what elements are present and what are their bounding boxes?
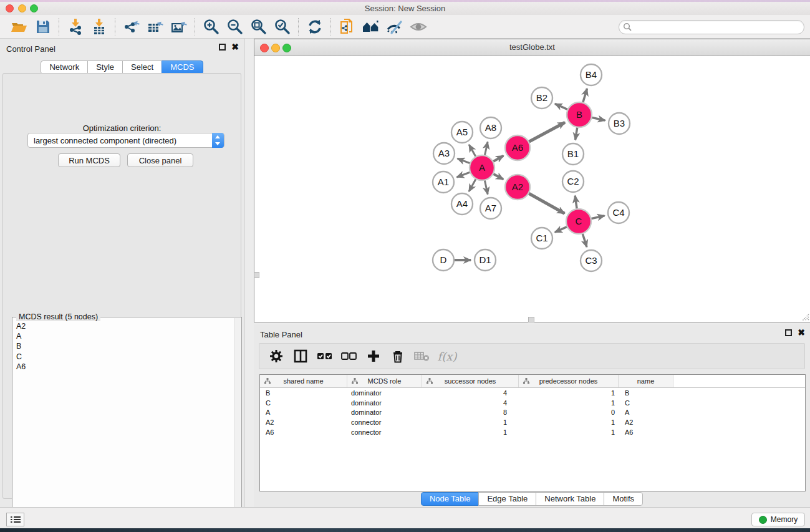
table-cell[interactable]: 1 [422,418,519,426]
table-cell[interactable]: A6 [260,428,347,436]
export-table-button[interactable] [143,17,167,37]
show-columns-button[interactable] [291,347,310,365]
criterion-select[interactable]: largest connected component (directed) [27,133,224,148]
first-neighbors-button[interactable] [359,17,383,37]
graph-node-C2[interactable]: C2 [562,171,584,192]
bottom-edge-grip[interactable] [528,317,534,322]
table-cell[interactable]: dominator [347,399,422,407]
table-cell[interactable]: C [619,399,673,407]
select-all-checks-button[interactable] [316,347,334,365]
tab-motifs[interactable]: Motifs [604,492,643,506]
tab-edge-table[interactable]: Edge Table [478,492,536,506]
mcds-result-list[interactable]: A2ABCA6 [14,321,234,531]
table-cell[interactable]: connector [347,428,422,436]
column-header-mcds-role[interactable]: MCDS role [347,375,422,387]
column-header-name[interactable]: name [619,375,673,387]
graph-node-A5[interactable]: A5 [451,122,473,143]
function-builder-button[interactable]: f(x) [437,347,456,365]
graph-node-B1[interactable]: B1 [562,143,584,165]
memory-button[interactable]: Memory [751,513,805,526]
table-cell[interactable]: 8 [422,409,519,416]
graph-node-A2[interactable]: A2 [505,175,530,200]
graph-node-B3[interactable]: B3 [609,113,630,134]
table-options-button[interactable] [267,347,286,365]
table-cell[interactable]: B [260,389,347,397]
graph-node-A4[interactable]: A4 [451,193,473,215]
table-row[interactable]: Adominator80A [260,407,805,417]
table-row[interactable]: A2connector11A2 [260,417,805,427]
tab-mcds[interactable]: MCDS [162,60,203,74]
table-cell[interactable]: 1 [519,389,619,397]
mcds-result-item[interactable]: C [14,352,234,362]
table-cell[interactable]: 1 [519,418,619,426]
add-column-button[interactable] [364,347,383,365]
table-cell[interactable]: A2 [260,418,347,426]
open-session-button[interactable] [7,17,31,37]
run-mcds-button[interactable]: Run MCDS [58,153,120,167]
mcds-result-item[interactable]: A6 [14,362,234,372]
table-cell[interactable]: A6 [619,428,673,436]
import-table-button[interactable] [87,17,111,37]
table-cell[interactable]: A [619,409,673,416]
float-table-panel-icon[interactable] [785,329,792,336]
mcds-result-item[interactable]: A2 [14,321,234,331]
column-header-predecessor-nodes[interactable]: predecessor nodes [519,375,619,387]
tab-network[interactable]: Network [41,60,88,74]
search-input[interactable] [634,21,799,33]
graph-node-C[interactable]: C [566,209,591,234]
zoom-in-button[interactable] [200,17,223,37]
resize-grip-icon[interactable] [801,312,809,321]
graph-node-A1[interactable]: A1 [433,172,454,193]
delete-table-button[interactable] [413,347,432,365]
graph-node-A8[interactable]: A8 [480,117,501,138]
export-image-button[interactable] [167,17,191,37]
zoom-fit-content-button[interactable] [247,17,271,37]
float-panel-icon[interactable] [219,44,226,51]
graph-node-C3[interactable]: C3 [581,250,602,271]
export-network-button[interactable] [120,17,143,37]
tab-node-table[interactable]: Node Table [421,492,480,506]
table-cell[interactable]: connector [347,418,422,426]
graph-node-B2[interactable]: B2 [531,87,552,109]
table-cell[interactable]: dominator [347,409,422,416]
mcds-result-item[interactable]: A [14,331,234,341]
close-panel-button[interactable]: Close panel [127,153,193,167]
graph-node-A6[interactable]: A6 [505,135,530,160]
graph-node-A3[interactable]: A3 [433,143,455,164]
network-graph-canvas[interactable]: B4B2BB3A8A5A6A3B1AA1C2A2A4A7C4CC1C3DD1 [254,56,809,321]
graph-node-C1[interactable]: C1 [531,228,552,249]
column-header-successor-nodes[interactable]: successor nodes [422,375,519,387]
tab-network-table[interactable]: Network Table [536,492,604,506]
apply-preferred-layout-button[interactable] [303,17,327,37]
table-cell[interactable]: 0 [519,409,619,416]
table-cell[interactable]: 4 [422,399,519,407]
table-row[interactable]: Bdominator41B [260,388,805,398]
mcds-result-item[interactable]: B [14,341,234,351]
graph-node-B4[interactable]: B4 [581,64,602,85]
zoom-out-button[interactable] [223,17,247,37]
column-header-shared-name[interactable]: shared name [260,375,347,387]
deselect-all-checks-button[interactable] [340,347,359,365]
close-table-panel-icon[interactable]: ✖ [798,329,805,336]
table-cell[interactable]: B [619,389,673,397]
network-window-titlebar[interactable]: testGlobe.txt [254,39,810,56]
table-cell[interactable]: A [260,409,347,416]
graph-node-D1[interactable]: D1 [475,249,496,271]
mcds-list-scrollbar[interactable] [234,318,241,532]
delete-columns-button[interactable] [388,347,407,365]
network-from-selection-button[interactable] [335,17,359,37]
table-row[interactable]: Cdominator41C [260,398,805,408]
node-attribute-table[interactable]: shared nameMCDS rolesuccessor nodesprede… [259,374,806,491]
left-edge-grip[interactable] [254,272,259,278]
table-row[interactable]: A6connector11A6 [260,427,805,437]
save-session-button[interactable] [31,17,55,37]
graph-node-A7[interactable]: A7 [480,198,501,219]
task-history-button[interactable] [6,513,24,526]
show-all-button[interactable] [407,17,430,37]
graph-node-B[interactable]: B [567,102,592,127]
zoom-selected-button[interactable] [271,17,294,37]
import-network-button[interactable] [64,17,87,37]
table-cell[interactable]: 1 [422,428,519,436]
table-cell[interactable]: 1 [519,399,619,407]
table-cell[interactable]: C [260,399,347,407]
